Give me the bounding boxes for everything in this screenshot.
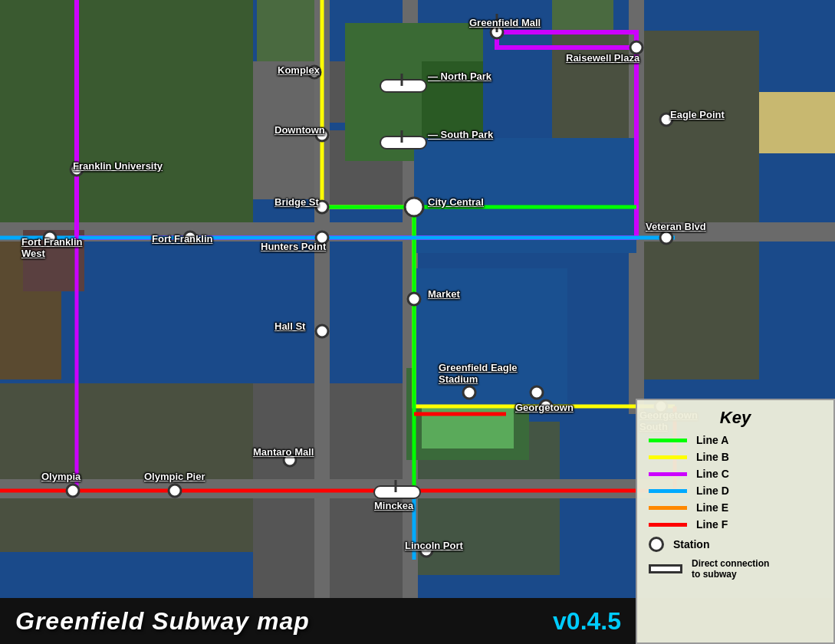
key-panel: Key Line A Line B Line C Line D Line E L… (636, 399, 835, 644)
svg-point-14 (408, 293, 420, 305)
station-label-north-park: — North Park (428, 71, 491, 82)
svg-point-9 (405, 198, 423, 216)
station-label-greenfield-eagle-stadium: Greenfield EagleStadium (439, 362, 518, 385)
line-a-swatch (649, 439, 687, 442)
connection-symbol (649, 564, 682, 573)
line-f-label: Line F (696, 518, 728, 531)
station-label-eagle-point: Eagle Point (670, 109, 725, 120)
svg-rect-23 (374, 486, 420, 498)
svg-point-20 (67, 485, 79, 497)
station-label-south-park: — South Park (428, 129, 493, 140)
key-line-a-row: Line A (649, 434, 822, 446)
station-label-city-central: City Central (428, 196, 484, 208)
station-label-market: Market (428, 288, 460, 300)
svg-rect-6 (380, 136, 426, 149)
map-title: Greenfield Subway map (15, 607, 310, 636)
station-label-veteran-blvd: Veteran Blvd (646, 221, 706, 232)
station-label-fort-franklin-west: Fort FranklinWest (21, 236, 82, 259)
svg-rect-3 (380, 80, 426, 92)
key-line-d-row: Line D (649, 485, 822, 497)
station-label-fort-franklin: Fort Franklin (152, 233, 212, 245)
key-line-f-row: Line F (649, 518, 822, 531)
line-e-label: Line E (696, 501, 728, 514)
station-label-olympia: Olympia (41, 471, 81, 482)
station-label-hunters-point: Hunters Point (261, 241, 326, 252)
line-e-swatch (649, 506, 687, 510)
key-line-e-row: Line E (649, 501, 822, 514)
svg-point-15 (316, 325, 328, 337)
station-label-mantaro-mall: Mantaro Mall (253, 446, 314, 458)
station-label-hall-st: Hall St (274, 320, 305, 332)
line-b-swatch (649, 455, 687, 459)
station-label-raisewell-plaza: Raisewell Plaza (566, 52, 639, 64)
station-label-olympic-pier: Olympic Pier (144, 471, 205, 482)
key-line-b-row: Line B (649, 451, 822, 463)
svg-point-17 (531, 386, 543, 399)
map-container: Greenfield Mall Raisewell Plaza Komplex … (0, 0, 835, 644)
key-station-row: Station (649, 537, 822, 552)
station-label-lincoln-port: Lincoln Port (405, 540, 463, 551)
station-symbol (649, 537, 664, 552)
svg-point-16 (463, 386, 475, 399)
station-label-downtown: Downtown (274, 124, 325, 136)
station-symbol-label: Station (673, 538, 709, 550)
line-f-swatch (649, 523, 687, 527)
line-d-swatch (649, 489, 687, 493)
line-d-label: Line D (696, 485, 729, 497)
connection-symbol-label: Direct connectionto subway (692, 558, 769, 580)
line-a-label: Line A (696, 434, 728, 446)
line-b-label: Line B (696, 451, 729, 463)
key-line-c-row: Line C (649, 468, 822, 480)
station-label-bridge-st: Bridge St (274, 196, 319, 208)
station-label-georgetown: Georgetown (515, 402, 574, 413)
bottom-bar: Greenfield Subway map v0.4.5 (0, 598, 636, 644)
station-label-komplex: Komplex (278, 64, 320, 76)
map-version: v0.4.5 (553, 607, 621, 636)
key-title: Key (649, 408, 822, 428)
line-c-swatch (649, 472, 687, 476)
station-label-minckea: Minckea (374, 500, 413, 511)
station-label-franklin-university: Franklin University (73, 160, 163, 172)
line-c-label: Line C (696, 468, 729, 480)
station-label-greenfield-mall: Greenfield Mall (469, 17, 541, 28)
svg-point-21 (169, 485, 181, 497)
key-connection-row: Direct connectionto subway (649, 558, 822, 580)
svg-point-13 (660, 232, 672, 244)
